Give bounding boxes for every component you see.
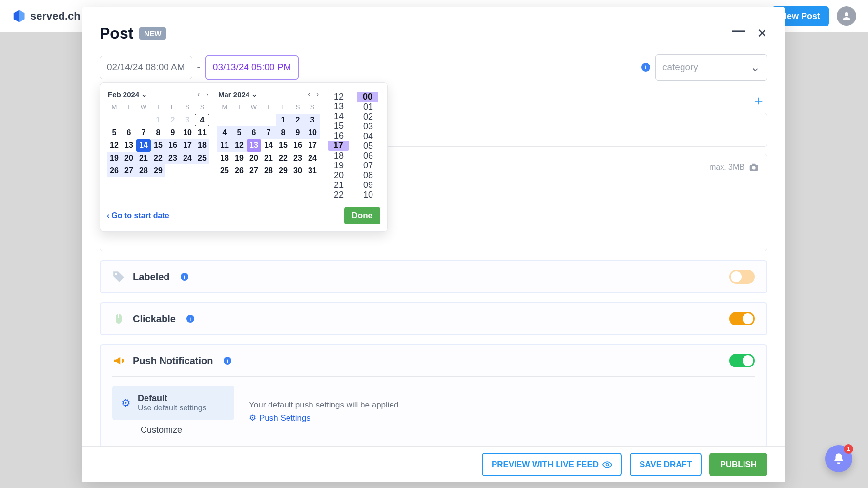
calendar-day[interactable]: 24 bbox=[180, 152, 195, 164]
calendar-day[interactable]: 22 bbox=[276, 152, 290, 164]
clickable-info-icon[interactable]: i bbox=[186, 315, 194, 323]
wheel-item[interactable]: 12 bbox=[328, 92, 350, 102]
calendar-day[interactable]: 28 bbox=[136, 164, 151, 177]
wheel-item[interactable]: 05 bbox=[357, 141, 379, 151]
preview-button[interactable]: PREVIEW WITH LIVE FEED bbox=[482, 453, 622, 476]
calendar-day[interactable]: 29 bbox=[276, 164, 290, 177]
calendar-day[interactable]: 12 bbox=[232, 139, 247, 152]
calendar-day[interactable]: 9 bbox=[290, 126, 305, 139]
wheel-item[interactable]: 21 bbox=[328, 180, 350, 190]
wheel-item[interactable]: 08 bbox=[357, 170, 379, 180]
push-info-icon[interactable]: i bbox=[224, 357, 231, 365]
hour-wheel[interactable]: 1213141516171819202122 bbox=[328, 92, 350, 199]
calendar-day[interactable]: 3 bbox=[180, 114, 195, 126]
month1-next[interactable]: › bbox=[206, 90, 208, 99]
calendar-day[interactable]: 9 bbox=[165, 126, 180, 139]
wheel-item[interactable]: 19 bbox=[328, 161, 350, 170]
wheel-item[interactable]: 10 bbox=[357, 190, 379, 199]
labeled-info-icon[interactable]: i bbox=[181, 273, 188, 281]
calendar-day[interactable]: 20 bbox=[247, 152, 261, 164]
calendar-day[interactable]: 25 bbox=[217, 164, 232, 177]
calendar-day[interactable]: 8 bbox=[151, 126, 165, 139]
done-button[interactable]: Done bbox=[344, 207, 381, 224]
calendar-day[interactable]: 20 bbox=[122, 152, 136, 164]
minimize-button[interactable]: — bbox=[732, 23, 745, 38]
calendar-day[interactable]: 21 bbox=[261, 152, 276, 164]
wheel-item[interactable]: 06 bbox=[357, 151, 379, 161]
wheel-item[interactable]: 00 bbox=[357, 92, 378, 102]
calendar-day[interactable]: 18 bbox=[217, 152, 232, 164]
wheel-item[interactable]: 16 bbox=[328, 131, 350, 141]
wheel-item[interactable]: 15 bbox=[328, 121, 350, 131]
calendar-day[interactable]: 7 bbox=[136, 126, 151, 139]
calendar-day[interactable]: 17 bbox=[180, 139, 195, 152]
wheel-item[interactable]: 03 bbox=[357, 122, 379, 131]
category-select[interactable]: category ⌄ bbox=[655, 54, 767, 81]
wheel-item[interactable]: 04 bbox=[357, 131, 379, 141]
calendar-day[interactable]: 4 bbox=[195, 114, 209, 126]
calendar-day[interactable]: 28 bbox=[261, 164, 276, 177]
calendar-day[interactable]: 14 bbox=[136, 139, 151, 152]
calendar-day[interactable]: 12 bbox=[107, 139, 122, 152]
start-date-input[interactable]: 02/14/24 08:00 AM bbox=[100, 56, 192, 79]
calendar-day[interactable]: 7 bbox=[261, 126, 276, 139]
calendar-day[interactable]: 30 bbox=[290, 164, 305, 177]
push-settings-link[interactable]: ⚙Push Settings bbox=[249, 413, 401, 423]
wheel-item[interactable]: 01 bbox=[357, 102, 379, 112]
calendar-day[interactable]: 26 bbox=[107, 164, 122, 177]
calendar-day[interactable]: 16 bbox=[290, 139, 305, 152]
minute-wheel[interactable]: 0001020304050607080910 bbox=[357, 92, 379, 199]
calendar-day[interactable]: 14 bbox=[261, 139, 276, 152]
save-draft-button[interactable]: SAVE DRAFT bbox=[630, 453, 702, 476]
calendar-day[interactable]: 5 bbox=[232, 126, 247, 139]
calendar-day[interactable]: 13 bbox=[247, 139, 261, 152]
avatar[interactable] bbox=[837, 6, 856, 26]
publish-button[interactable]: PUBLISH bbox=[709, 453, 767, 476]
month2-prev[interactable]: ‹ bbox=[308, 90, 310, 99]
calendar-day[interactable]: 5 bbox=[107, 126, 122, 139]
calendar-day[interactable]: 16 bbox=[165, 139, 180, 152]
month2-next[interactable]: › bbox=[316, 90, 319, 99]
clickable-toggle[interactable] bbox=[729, 312, 755, 325]
calendar-day[interactable]: 2 bbox=[165, 114, 180, 126]
calendar-day[interactable]: 17 bbox=[305, 139, 320, 152]
end-date-input[interactable]: 03/13/24 05:00 PM bbox=[205, 55, 299, 80]
calendar-day[interactable]: 18 bbox=[195, 139, 209, 152]
calendar-day[interactable]: 1 bbox=[276, 114, 290, 126]
wheel-item[interactable]: 17 bbox=[328, 141, 349, 151]
calendar-day[interactable]: 4 bbox=[217, 126, 232, 139]
wheel-item[interactable]: 07 bbox=[357, 161, 379, 170]
calendar-day[interactable]: 26 bbox=[232, 164, 247, 177]
calendar-day[interactable]: 2 bbox=[290, 114, 305, 126]
calendar-day[interactable]: 15 bbox=[276, 139, 290, 152]
calendar-day[interactable]: 27 bbox=[122, 164, 136, 177]
push-default-tile[interactable]: ⚙ Default Use default settings bbox=[112, 386, 234, 420]
labeled-toggle[interactable] bbox=[729, 270, 755, 284]
calendar-day[interactable]: 24 bbox=[305, 152, 320, 164]
calendar-day[interactable]: 11 bbox=[195, 126, 209, 139]
wheel-item[interactable]: 13 bbox=[328, 102, 350, 111]
wheel-item[interactable]: 14 bbox=[328, 111, 350, 121]
calendar-day[interactable]: 23 bbox=[290, 152, 305, 164]
add-block-button[interactable]: ＋ bbox=[752, 91, 765, 110]
calendar-day[interactable]: 29 bbox=[151, 164, 165, 177]
calendar-day[interactable]: 6 bbox=[122, 126, 136, 139]
go-to-start-date[interactable]: ‹ Go to start date bbox=[107, 211, 169, 220]
wheel-item[interactable]: 20 bbox=[328, 170, 350, 180]
category-info-icon[interactable]: i bbox=[641, 63, 650, 72]
wheel-item[interactable]: 09 bbox=[357, 180, 379, 190]
calendar-day[interactable]: 19 bbox=[107, 152, 122, 164]
calendar-day[interactable]: 19 bbox=[232, 152, 247, 164]
calendar-day[interactable]: 15 bbox=[151, 139, 165, 152]
wheel-item[interactable]: 02 bbox=[357, 112, 379, 122]
push-toggle[interactable] bbox=[729, 354, 755, 367]
calendar-day[interactable]: 10 bbox=[180, 126, 195, 139]
brand-logo[interactable]: served.ch bbox=[12, 9, 81, 23]
calendar-day[interactable]: 8 bbox=[276, 126, 290, 139]
month2-label[interactable]: Mar 2024 ⌄ bbox=[218, 90, 258, 99]
calendar-day[interactable]: 25 bbox=[195, 152, 209, 164]
calendar-day[interactable]: 3 bbox=[305, 114, 320, 126]
calendar-day[interactable]: 22 bbox=[151, 152, 165, 164]
close-button[interactable]: ✕ bbox=[757, 26, 767, 41]
calendar-day[interactable]: 1 bbox=[151, 114, 165, 126]
